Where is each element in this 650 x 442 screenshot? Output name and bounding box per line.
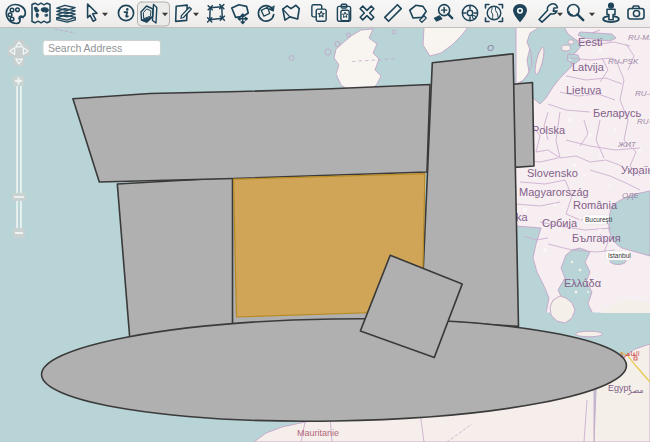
svg-text:RU-БР: RU-БР: [637, 117, 650, 126]
svg-text:RU-МУР: RU-МУР: [628, 33, 650, 42]
svg-text:ЖИТ: ЖИТ: [617, 140, 637, 149]
svg-text:Latvija: Latvija: [572, 61, 605, 73]
svg-text:O: O: [487, 43, 494, 53]
svg-text:مصر: مصر: [627, 386, 644, 395]
svg-text:ОДЕ: ОДЕ: [622, 191, 640, 200]
svg-text:ka: ka: [516, 211, 529, 223]
svg-text:Istanbul: Istanbul: [608, 252, 631, 259]
svg-text:Magyarország: Magyarország: [519, 186, 589, 198]
svg-text:Bucureşti: Bucureşti: [585, 216, 612, 224]
svg-text:Україна: Україна: [621, 164, 650, 176]
svg-text:RU-PSK: RU-PSK: [608, 57, 639, 66]
svg-text:Беларусь: Беларусь: [593, 107, 641, 119]
svg-text:Eesti: Eesti: [578, 36, 602, 48]
svg-text:România: România: [573, 199, 618, 211]
svg-text:RU-СМ: RU-СМ: [635, 89, 650, 98]
svg-text:Polska: Polska: [532, 124, 566, 136]
svg-text:България: България: [572, 232, 621, 244]
svg-text:Србија: Србија: [542, 217, 578, 229]
svg-text:Mauritanie: Mauritanie: [297, 428, 339, 438]
svg-text:Search Address: Search Address: [48, 42, 122, 54]
svg-text:Ελλάδα: Ελλάδα: [564, 277, 602, 289]
